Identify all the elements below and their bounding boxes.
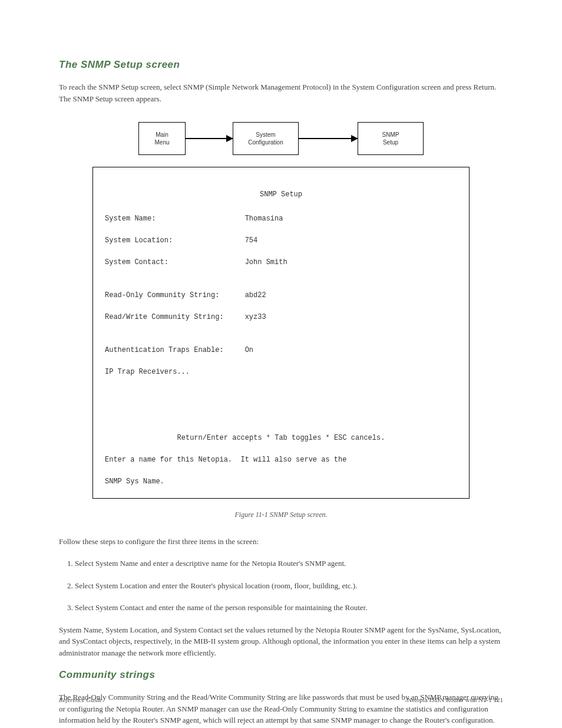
console-line: System Contact: John Smith bbox=[105, 257, 457, 268]
step-3: 3. Select System Contact and enter the n… bbox=[67, 602, 503, 614]
intro-paragraph: To reach the SNMP Setup screen, select S… bbox=[59, 81, 503, 104]
console-screenshot: SNMP Setup System Name: Thomasina System… bbox=[92, 167, 470, 499]
flow-box-line: System bbox=[256, 131, 275, 139]
step-2: 2. Select System Location and enter the … bbox=[67, 580, 503, 592]
paragraph: Follow these steps to configure the firs… bbox=[59, 536, 503, 548]
flow-box-line: Menu bbox=[154, 139, 169, 146]
flow-box-line: SNMP bbox=[382, 131, 399, 139]
console-line: IP Trap Receivers... bbox=[105, 367, 457, 378]
console-line: System Location: 754 bbox=[105, 235, 457, 246]
flow-box-main-menu: Main Menu bbox=[138, 122, 186, 155]
console-line: Authentication Traps Enable: On bbox=[105, 345, 457, 356]
footer-left: Reference Guide bbox=[59, 696, 102, 703]
flow-box-line: Main bbox=[156, 131, 168, 139]
flow-box-line: Configuration bbox=[248, 139, 283, 146]
navigation-flowchart: Main Menu System Configuration SNMP Setu… bbox=[92, 122, 470, 155]
console-nav-hint: Return/Enter accepts * Tab toggles * ESC… bbox=[105, 433, 457, 444]
flow-arrow-icon bbox=[299, 138, 358, 139]
console-hint: SNMP Sys Name. bbox=[105, 476, 457, 487]
console-line: Read-Only Community String: abd22 bbox=[105, 290, 457, 301]
flow-arrow-icon bbox=[186, 138, 233, 139]
section-heading-community-strings: Community strings bbox=[59, 669, 503, 681]
footer-right: Netopia ISDN Router with NT-1 121 bbox=[407, 696, 503, 703]
flow-box-snmp-setup: SNMP Setup bbox=[358, 122, 424, 155]
console-hint: Enter a name for this Netopia. It will a… bbox=[105, 454, 457, 466]
console-line: Read/Write Community String: xyz33 bbox=[105, 312, 457, 323]
flow-box-line: Setup bbox=[383, 139, 398, 146]
step-1: 1. Select System Name and enter a descri… bbox=[67, 558, 503, 569]
figure-caption: Figure 11-1 SNMP Setup screen. bbox=[59, 510, 503, 519]
console-title: SNMP Setup bbox=[105, 189, 457, 200]
note-paragraph: System Name, System Location, and System… bbox=[59, 624, 503, 659]
flow-box-system-configuration: System Configuration bbox=[233, 122, 299, 155]
console-line: System Name: Thomasina bbox=[105, 213, 457, 225]
page-footer: Reference Guide Netopia ISDN Router with… bbox=[59, 696, 503, 703]
section-heading-snmp-setup: The SNMP Setup screen bbox=[59, 59, 503, 71]
